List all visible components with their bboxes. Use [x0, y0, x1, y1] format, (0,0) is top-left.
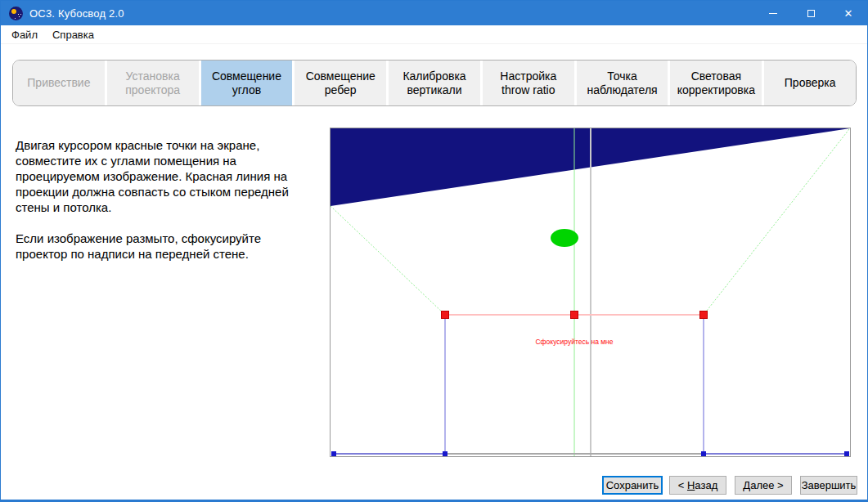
app-window: ОС3. Кубосвод 2.0 ✕ Файл Справка Привест… — [0, 0, 868, 502]
save-button[interactable]: Сохранить — [602, 476, 663, 495]
corner-handle-center[interactable] — [571, 312, 578, 319]
window-title: ОС3. Кубосвод 2.0 — [29, 7, 124, 20]
minimize-button[interactable] — [754, 1, 792, 25]
tab-vertical-calibration[interactable]: Калибровка вертикали — [389, 61, 480, 105]
maximize-button[interactable] — [792, 1, 830, 25]
app-icon-stars — [18, 14, 19, 15]
finish-button[interactable]: Завершить — [800, 476, 857, 495]
menubar: Файл Справка — [1, 25, 867, 44]
floor-node-far-left — [331, 451, 336, 456]
minimize-icon — [769, 13, 777, 14]
tab-check[interactable]: Проверка — [764, 61, 856, 105]
titlebar: ОС3. Кубосвод 2.0 ✕ — [1, 1, 867, 25]
back-button-mnemonic: Н — [687, 479, 695, 491]
room-edge-diagonal-left — [331, 206, 445, 315]
corner-handle-left[interactable] — [442, 312, 449, 319]
projection-canvas[interactable]: Сфокусируйтесь на мне — [330, 128, 851, 457]
tab-welcome: Привествие — [13, 61, 105, 105]
projector-marker — [551, 229, 578, 247]
menu-item-file[interactable]: Файл — [4, 26, 45, 43]
window-controls: ✕ — [754, 1, 867, 25]
instruction-paragraph-2: Если изображение размыто, сфокусируйте п… — [16, 231, 298, 262]
next-button-mnemonic: Д — [743, 479, 750, 491]
room-edge-diagonal-right — [704, 129, 849, 315]
next-button-rest: алее > — [750, 479, 783, 491]
floor-node-right — [701, 451, 706, 456]
app-icon-sun — [11, 9, 16, 14]
tab-projector-setup: Установка проектора — [107, 61, 199, 105]
app-icon — [9, 7, 23, 20]
tab-edge-alignment[interactable]: Совмещение ребер — [295, 61, 386, 105]
instruction-paragraph-1: Двигая курсором красные точки на экране,… — [16, 137, 298, 215]
back-button-rest: азад — [695, 479, 717, 491]
back-button[interactable]: < Назад — [669, 476, 726, 495]
corner-handle-right[interactable] — [700, 312, 708, 319]
instructions-panel: Двигая курсором красные точки на экране,… — [16, 137, 298, 277]
floor-node-left — [443, 451, 447, 456]
tab-observer-point[interactable]: Точка наблюдателя — [577, 61, 668, 105]
menu-item-help[interactable]: Справка — [45, 26, 101, 43]
back-button-prefix: < — [678, 479, 687, 491]
close-button[interactable]: ✕ — [830, 1, 867, 25]
tab-light-correction[interactable]: Световая корректировка — [670, 61, 762, 105]
close-icon: ✕ — [844, 8, 853, 19]
focus-label: Сфокусируйтесь на мне — [535, 338, 613, 346]
maximize-icon — [807, 10, 815, 17]
tab-corner-alignment[interactable]: Совмещение углов — [201, 61, 293, 105]
next-button[interactable]: Далее > — [735, 476, 792, 495]
tab-strip: Привествие Установка проектора Совмещени… — [12, 60, 857, 106]
floor-node-far-right — [844, 451, 849, 456]
tab-throw-ratio[interactable]: Настройка throw ratio — [483, 61, 574, 105]
